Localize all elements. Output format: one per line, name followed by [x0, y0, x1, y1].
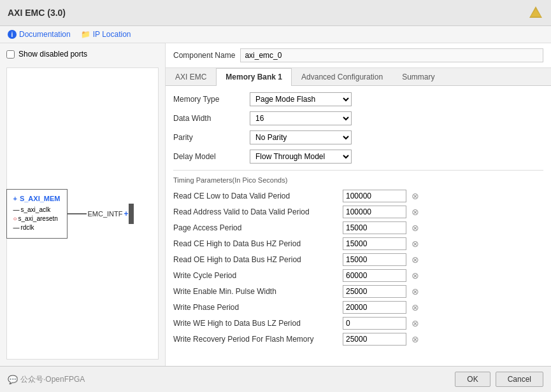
timing-clear-3[interactable]: ⊗ — [410, 239, 420, 249]
tab-summary[interactable]: Summary — [392, 68, 444, 85]
connector-line — [67, 213, 86, 214]
component-name-label: Component Name — [173, 51, 235, 60]
window-title: AXI EMC (3.0) — [8, 8, 66, 18]
port-s-axi-aclk: — s_axi_aclk — [13, 206, 60, 213]
timing-section: Timing Parameters(In Pico Seconds) Read … — [173, 170, 543, 346]
tab-axi-emc[interactable]: AXI EMC — [166, 68, 216, 85]
timing-input-9[interactable] — [343, 333, 406, 346]
timing-row-2: Page Access Period ⊗ — [173, 221, 543, 234]
timing-row-4: Read OE High to Data Bus HZ Period ⊗ — [173, 253, 543, 266]
timing-clear-7[interactable]: ⊗ — [410, 302, 420, 312]
timing-row-7: Write Phase Period ⊗ — [173, 301, 543, 314]
left-panel: Show disabled ports S_AXI_MEM — s_axi_ac… — [0, 43, 166, 366]
timing-label-4: Read OE High to Data Bus HZ Period — [173, 255, 339, 264]
timing-input-2[interactable] — [343, 221, 406, 234]
port-s-axi-aresetn: ○ s_axi_aresetn — [13, 215, 60, 222]
s-axi-mem-label: S_AXI_MEM — [20, 195, 61, 202]
timing-clear-4[interactable]: ⊗ — [410, 255, 420, 265]
ok-button[interactable]: OK — [455, 372, 490, 387]
timing-row-3: Read CE High to Data Bus HZ Period ⊗ — [173, 237, 543, 250]
ip-location-label: IP Location — [93, 30, 131, 39]
timing-row-5: Write Cycle Period ⊗ — [173, 269, 543, 282]
memory-type-row: Memory Type Page Mode Flash Async Flash … — [173, 92, 543, 106]
watermark: 💬 公众号·OpenFPGA — [8, 374, 85, 385]
info-icon: i — [8, 30, 17, 39]
parity-row: Parity No Parity Even Parity Odd Parity — [173, 130, 543, 144]
main-window: AXI EMC (3.0) i Documentation 📁 IP Locat… — [0, 0, 551, 392]
timing-input-3[interactable] — [343, 237, 406, 250]
tab-memory-bank-1[interactable]: Memory Bank 1 — [216, 68, 292, 86]
tab-advanced-configuration[interactable]: Advanced Configuration — [292, 68, 392, 85]
show-disabled-checkbox[interactable] — [6, 50, 15, 59]
timing-clear-8[interactable]: ⊗ — [410, 318, 420, 328]
timing-clear-0[interactable]: ⊗ — [410, 191, 420, 201]
timing-label-1: Read Address Valid to Data Valid Period — [173, 207, 339, 216]
timing-label-3: Read CE High to Data Bus HZ Period — [173, 239, 339, 248]
svg-marker-1 — [531, 9, 541, 17]
logo-icon — [528, 5, 543, 20]
timing-input-4[interactable] — [343, 253, 406, 266]
toolbar: i Documentation 📁 IP Location — [0, 26, 551, 43]
timing-input-6[interactable] — [343, 285, 406, 298]
wechat-icon: 💬 — [8, 375, 18, 384]
timing-clear-6[interactable]: ⊗ — [410, 286, 420, 297]
timing-label-8: Write WE High to Data Bus LZ Period — [173, 319, 339, 328]
cancel-button[interactable]: Cancel — [496, 372, 543, 387]
show-disabled-row: Show disabled ports — [6, 50, 159, 59]
intf-bar — [129, 204, 134, 224]
timing-label-0: Read CE Low to Data Valid Period — [173, 192, 339, 200]
timing-label-2: Page Access Period — [173, 223, 339, 232]
timing-label-9: Write Recovery Period For Flash Memory — [173, 335, 339, 344]
title-bar: AXI EMC (3.0) — [0, 0, 551, 26]
documentation-label: Documentation — [19, 30, 71, 39]
tabs-row: AXI EMC Memory Bank 1 Advanced Configura… — [166, 68, 551, 86]
timing-input-0[interactable] — [343, 190, 406, 202]
timing-clear-5[interactable]: ⊗ — [410, 270, 420, 281]
timing-clear-2[interactable]: ⊗ — [410, 223, 420, 233]
timing-row-6: Write Enable Min. Pulse Width ⊗ — [173, 285, 543, 298]
plus-icon — [13, 195, 17, 202]
timing-input-7[interactable] — [343, 301, 406, 314]
footer-buttons: OK Cancel — [455, 372, 543, 387]
component-name-input[interactable] — [240, 48, 543, 62]
documentation-link[interactable]: i Documentation — [8, 30, 71, 39]
data-width-label: Data Width — [173, 114, 250, 123]
timing-input-8[interactable] — [343, 317, 406, 330]
timing-input-5[interactable] — [343, 269, 406, 282]
show-disabled-label: Show disabled ports — [18, 50, 87, 59]
timing-row-1: Read Address Valid to Data Valid Period … — [173, 206, 543, 218]
main-content: Show disabled ports S_AXI_MEM — s_axi_ac… — [0, 43, 551, 366]
intf-plus-icon — [124, 209, 128, 218]
timing-title: Timing Parameters(In Pico Seconds) — [173, 176, 543, 185]
timing-label-6: Write Enable Min. Pulse Width — [173, 287, 339, 296]
timing-clear-9[interactable]: ⊗ — [410, 334, 420, 344]
timing-row-9: Write Recovery Period For Flash Memory ⊗ — [173, 333, 543, 346]
right-panel: Component Name AXI EMC Memory Bank 1 Adv… — [166, 43, 551, 366]
timing-clear-1[interactable]: ⊗ — [410, 207, 420, 217]
delay-model-select[interactable]: Flow Through Model Pipelined Model — [250, 150, 352, 164]
tab-content: Memory Type Page Mode Flash Async Flash … — [166, 86, 551, 366]
connector: EMC_INTF — [67, 204, 133, 224]
block-diagram: S_AXI_MEM — s_axi_aclk ○ s_axi_aresetn — — [6, 189, 133, 239]
timing-label-5: Write Cycle Period — [173, 271, 339, 280]
footer: 💬 公众号·OpenFPGA OK Cancel — [0, 366, 551, 392]
diagram-area: S_AXI_MEM — s_axi_aclk ○ s_axi_aresetn — — [6, 67, 159, 360]
data-width-select[interactable]: 8 16 32 — [250, 111, 352, 125]
ip-location-link[interactable]: 📁 IP Location — [81, 30, 131, 39]
emc-intf-label: EMC_INTF — [87, 210, 122, 218]
component-name-row: Component Name — [166, 43, 551, 68]
memory-type-select[interactable]: Page Mode Flash Async Flash SRAM PSRAM — [250, 92, 352, 106]
delay-model-row: Delay Model Flow Through Model Pipelined… — [173, 150, 543, 164]
folder-icon: 📁 — [81, 30, 90, 39]
port-rdclk: — rdclk — [13, 224, 60, 231]
timing-input-1[interactable] — [343, 206, 406, 218]
timing-row-8: Write WE High to Data Bus LZ Period ⊗ — [173, 317, 543, 330]
parity-label: Parity — [173, 133, 250, 142]
left-block: S_AXI_MEM — s_axi_aclk ○ s_axi_aresetn — — [6, 189, 67, 239]
timing-row-0: Read CE Low to Data Valid Period ⊗ — [173, 190, 543, 202]
parity-select[interactable]: No Parity Even Parity Odd Parity — [250, 130, 352, 144]
timing-label-7: Write Phase Period — [173, 303, 339, 312]
delay-model-label: Delay Model — [173, 152, 250, 161]
data-width-row: Data Width 8 16 32 — [173, 111, 543, 125]
memory-type-label: Memory Type — [173, 95, 250, 104]
